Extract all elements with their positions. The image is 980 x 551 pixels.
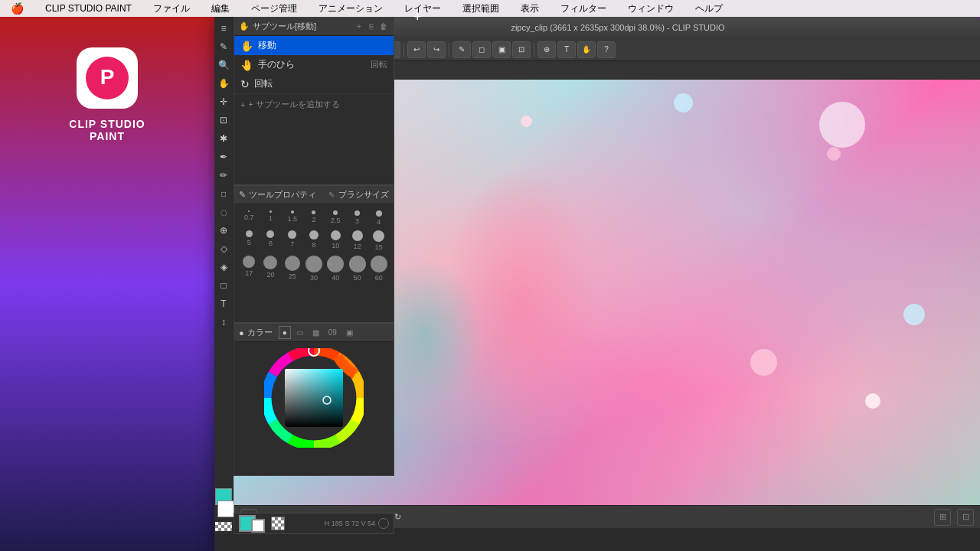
tool-move[interactable]: ✛ (215, 93, 232, 110)
subtool-rotate[interactable]: ↻ 回転 (234, 74, 394, 93)
brush-size-12[interactable]: 12 (347, 229, 367, 253)
frame-button[interactable]: ⊡ (957, 509, 974, 526)
apple-menu[interactable]: 🍎 (6, 1, 28, 16)
tool-text[interactable]: T (215, 295, 232, 312)
subtool-hand[interactable]: 🤚 手のひら 回転 (234, 55, 394, 74)
brush-size-title: ブラシサイズ (338, 189, 389, 201)
toolbar-undo[interactable]: ↩ (407, 41, 426, 58)
subtool-delete-btn[interactable]: 🗑 (378, 21, 389, 32)
toolbar-help[interactable]: ? (597, 41, 616, 58)
brush-size-6[interactable]: 6 (260, 229, 280, 253)
rotate-right-button[interactable]: ↻ (394, 512, 401, 522)
subtool-add-button[interactable]: + + サブツールを追加する (234, 93, 394, 115)
brush-size-1.5[interactable]: 1.5 (283, 209, 302, 227)
color-swatches-panel: H 185 S 72 V 54 (234, 513, 394, 534)
toolbar-text[interactable]: T (557, 41, 576, 58)
brush-size-2.5[interactable]: 2.5 (325, 209, 345, 227)
tool-select-rect[interactable]: ⊡ (215, 112, 232, 129)
toolbar-transform[interactable]: ⊕ (537, 41, 556, 58)
brush-size-30[interactable]: 30 (304, 254, 324, 283)
color-tab-wheel[interactable]: ● (279, 326, 291, 339)
tool-brush[interactable]: ✒ (215, 148, 232, 165)
h-icon: H (325, 520, 330, 527)
toolbar-bucket[interactable]: ▣ (492, 41, 511, 58)
layer-menu-item[interactable]: レイヤー (400, 1, 446, 17)
s-icon: S (345, 520, 349, 527)
brush-size-60[interactable]: 60 (369, 254, 389, 283)
brush-size-label: ✎ (326, 190, 337, 201)
tool-transform[interactable]: ↕ (215, 314, 232, 331)
background-color-swatch[interactable] (251, 519, 265, 533)
subtool-copy-btn[interactable]: ⎘ (366, 21, 377, 32)
v-value: 54 (368, 520, 375, 527)
color-tab-numbers[interactable]: 09 (325, 326, 341, 339)
toolbar-eraser[interactable]: ◻ (472, 41, 491, 58)
tool-fill[interactable]: ◇ (215, 240, 232, 257)
svg-rect-3 (285, 369, 343, 427)
brush-size-25[interactable]: 25 (283, 254, 302, 283)
tool-property-panel: ✎ ツールプロパティ ✎ ブラシサイズ 0.7 1 1.5 2 2.5 (234, 185, 394, 323)
brush-size-17[interactable]: 17 (239, 254, 259, 283)
h-value: 185 (332, 520, 343, 527)
tool-pencil[interactable]: ✏ (215, 167, 232, 184)
s-value: 72 (351, 520, 359, 527)
brush-size-1[interactable]: 1 (260, 209, 280, 227)
background-swatch-tool[interactable] (217, 500, 234, 517)
filter-menu-item[interactable]: フィルター (556, 1, 611, 17)
grid-toggle-button[interactable]: ⊞ (934, 509, 951, 526)
subtool-move[interactable]: ✋ 移動 (234, 36, 394, 55)
file-menu-item[interactable]: ファイル (149, 1, 194, 17)
tool-blur[interactable]: ◌ (215, 204, 232, 220)
edit-menu-item[interactable]: 編集 (207, 1, 234, 17)
toolbar-eyedrop[interactable]: ✋ (577, 41, 596, 58)
tool-gradient[interactable]: ◈ (215, 259, 232, 276)
view-menu-item[interactable]: 表示 (516, 1, 544, 17)
animation-menu-item[interactable]: アニメーション (314, 1, 387, 17)
tool-hamburger[interactable]: ≡ (215, 20, 232, 37)
help-menu-item[interactable]: ヘルプ (691, 1, 727, 17)
brush-size-8[interactable]: 8 (304, 229, 324, 253)
tool-search[interactable]: 🔍 (215, 57, 232, 73)
color-radio-icon: ● (239, 328, 244, 337)
subtool-hand-label: 手のひら (258, 58, 295, 71)
tool-prop-pencil-icon: ✎ (239, 190, 246, 200)
brush-size-3[interactable]: 3 (347, 209, 367, 227)
brush-size-7[interactable]: 7 (283, 229, 302, 253)
brush-size-5[interactable]: 5 (239, 229, 259, 253)
toolbar-select[interactable]: ⊡ (512, 41, 531, 58)
tool-hand[interactable]: ✋ (215, 75, 232, 92)
tool-prop-header: ✎ ツールプロパティ ✎ ブラシサイズ (234, 186, 394, 204)
v-icon: V (361, 520, 365, 527)
tool-pen[interactable]: ✎ (215, 38, 232, 55)
color-tab-history[interactable]: ▣ (342, 326, 357, 339)
selection-menu-item[interactable]: 選択範囲 (458, 1, 504, 17)
subtool-rotate-label: 回転 (254, 77, 273, 90)
brush-size-20[interactable]: 20 (260, 254, 280, 283)
launcher-logo: P (77, 47, 138, 109)
color-wheel-svg[interactable] (264, 348, 364, 448)
toolbar-redo[interactable]: ↪ (427, 41, 446, 58)
tool-lasso[interactable]: ✱ (215, 130, 232, 147)
menubar: 🍎 CLIP STUDIO PAINT ファイル 編集 ページ管理 アニメーショ… (0, 0, 980, 17)
brush-size-15[interactable]: 15 (369, 229, 389, 253)
subtool-add-btn[interactable]: + (354, 21, 364, 32)
color-tab-sliders[interactable]: ▭ (292, 326, 307, 339)
tool-shape[interactable]: □ (215, 277, 232, 294)
toolbar-sep-3 (449, 43, 449, 57)
brush-size-10[interactable]: 10 (325, 229, 345, 253)
toolbar-brush-icon[interactable]: ✎ (452, 41, 471, 58)
tool-eraser[interactable]: □ (215, 185, 232, 202)
brush-size-50[interactable]: 50 (347, 254, 367, 283)
app-menu-item[interactable]: CLIP STUDIO PAINT (41, 2, 136, 15)
window-menu-item[interactable]: ウィンドウ (623, 1, 678, 17)
color-wheel-container[interactable] (234, 342, 394, 454)
color-circle-icon[interactable] (378, 518, 389, 529)
brush-size-4[interactable]: 4 (369, 209, 389, 227)
brush-size-0.7[interactable]: 0.7 (239, 209, 259, 227)
page-menu-item[interactable]: ページ管理 (247, 1, 302, 17)
tool-eyedrop[interactable]: ⊕ (215, 222, 232, 239)
move-icon: ✋ (240, 40, 253, 52)
color-tab-sets[interactable]: ▦ (309, 326, 323, 339)
brush-size-40[interactable]: 40 (325, 254, 345, 283)
brush-size-2[interactable]: 2 (304, 209, 324, 227)
